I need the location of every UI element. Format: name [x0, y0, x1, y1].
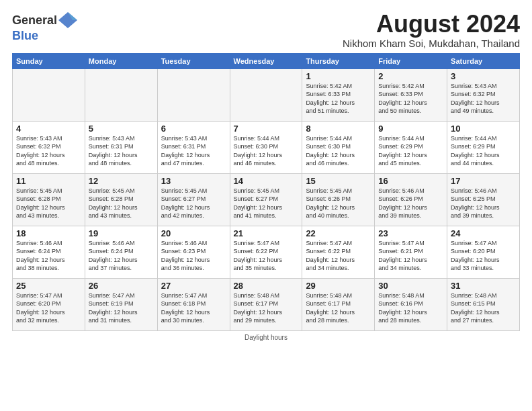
col-monday: Monday [85, 53, 157, 68]
calendar-cell: 19Sunrise: 5:46 AM Sunset: 6:24 PM Dayli… [85, 226, 157, 278]
calendar-cell: 1Sunrise: 5:42 AM Sunset: 6:33 PM Daylig… [302, 68, 375, 121]
day-info: Sunrise: 5:48 AM Sunset: 6:17 PM Dayligh… [234, 291, 299, 325]
day-number: 11 [16, 176, 81, 186]
calendar-cell: 21Sunrise: 5:47 AM Sunset: 6:22 PM Dayli… [230, 226, 302, 278]
calendar-cell: 29Sunrise: 5:48 AM Sunset: 6:17 PM Dayli… [302, 278, 375, 330]
day-info: Sunrise: 5:47 AM Sunset: 6:22 PM Dayligh… [306, 239, 371, 273]
day-info: Sunrise: 5:48 AM Sunset: 6:17 PM Dayligh… [306, 291, 371, 325]
calendar-cell: 27Sunrise: 5:47 AM Sunset: 6:18 PM Dayli… [157, 278, 230, 330]
day-number: 12 [89, 176, 154, 186]
calendar-cell: 22Sunrise: 5:47 AM Sunset: 6:22 PM Dayli… [302, 226, 375, 278]
calendar-cell: 11Sunrise: 5:45 AM Sunset: 6:28 PM Dayli… [13, 173, 85, 226]
day-info: Sunrise: 5:47 AM Sunset: 6:21 PM Dayligh… [378, 239, 443, 273]
calendar-cell: 16Sunrise: 5:46 AM Sunset: 6:26 PM Dayli… [375, 173, 447, 226]
header: General Blue August 2024 Nikhom Kham Soi… [12, 11, 520, 49]
day-number: 7 [234, 124, 299, 134]
title-month: August 2024 [91, 11, 520, 38]
day-number: 13 [161, 176, 226, 186]
col-friday: Friday [375, 53, 447, 68]
day-number: 26 [89, 281, 154, 291]
day-info: Sunrise: 5:46 AM Sunset: 6:26 PM Dayligh… [378, 187, 443, 220]
calendar-week-3: 11Sunrise: 5:45 AM Sunset: 6:28 PM Dayli… [13, 173, 520, 226]
day-number: 9 [378, 124, 443, 134]
calendar-cell [85, 68, 157, 121]
day-info: Sunrise: 5:46 AM Sunset: 6:24 PM Dayligh… [89, 239, 154, 273]
col-thursday: Thursday [302, 53, 375, 68]
day-number: 27 [161, 281, 226, 291]
day-info: Sunrise: 5:42 AM Sunset: 6:33 PM Dayligh… [378, 82, 443, 116]
day-number: 2 [378, 71, 443, 81]
logo-blue: Blue [12, 30, 38, 42]
calendar-cell: 12Sunrise: 5:45 AM Sunset: 6:28 PM Dayli… [85, 173, 157, 226]
col-saturday: Saturday [447, 53, 520, 68]
day-info: Sunrise: 5:43 AM Sunset: 6:31 PM Dayligh… [161, 134, 226, 168]
day-info: Sunrise: 5:47 AM Sunset: 6:20 PM Dayligh… [16, 291, 81, 325]
logo-icon [58, 11, 77, 30]
day-info: Sunrise: 5:46 AM Sunset: 6:25 PM Dayligh… [451, 187, 516, 220]
calendar-cell: 23Sunrise: 5:47 AM Sunset: 6:21 PM Dayli… [375, 226, 447, 278]
day-info: Sunrise: 5:44 AM Sunset: 6:30 PM Dayligh… [234, 134, 299, 168]
day-number: 5 [89, 124, 154, 134]
day-info: Sunrise: 5:44 AM Sunset: 6:30 PM Dayligh… [306, 134, 371, 168]
day-info: Sunrise: 5:45 AM Sunset: 6:26 PM Dayligh… [306, 187, 371, 220]
day-info: Sunrise: 5:44 AM Sunset: 6:29 PM Dayligh… [451, 134, 516, 168]
calendar-cell: 5Sunrise: 5:43 AM Sunset: 6:31 PM Daylig… [85, 121, 157, 173]
day-number: 16 [378, 176, 443, 186]
day-number: 21 [234, 228, 299, 238]
day-info: Sunrise: 5:48 AM Sunset: 6:16 PM Dayligh… [378, 291, 443, 325]
calendar-cell: 6Sunrise: 5:43 AM Sunset: 6:31 PM Daylig… [157, 121, 230, 173]
calendar-cell: 10Sunrise: 5:44 AM Sunset: 6:29 PM Dayli… [447, 121, 520, 173]
day-info: Sunrise: 5:48 AM Sunset: 6:15 PM Dayligh… [451, 291, 516, 325]
day-info: Sunrise: 5:45 AM Sunset: 6:28 PM Dayligh… [89, 187, 154, 220]
calendar-cell: 9Sunrise: 5:44 AM Sunset: 6:29 PM Daylig… [375, 121, 447, 173]
calendar-table: Sunday Monday Tuesday Wednesday Thursday… [12, 53, 520, 331]
calendar-cell: 31Sunrise: 5:48 AM Sunset: 6:15 PM Dayli… [447, 278, 520, 330]
day-number: 1 [306, 71, 371, 81]
calendar-cell: 20Sunrise: 5:46 AM Sunset: 6:23 PM Dayli… [157, 226, 230, 278]
col-wednesday: Wednesday [230, 53, 302, 68]
day-number: 10 [451, 124, 516, 134]
day-info: Sunrise: 5:47 AM Sunset: 6:20 PM Dayligh… [451, 239, 516, 273]
day-info: Sunrise: 5:45 AM Sunset: 6:28 PM Dayligh… [16, 187, 81, 220]
logo: General Blue [12, 11, 77, 42]
calendar-week-1: 1Sunrise: 5:42 AM Sunset: 6:33 PM Daylig… [13, 68, 520, 121]
calendar-cell: 26Sunrise: 5:47 AM Sunset: 6:19 PM Dayli… [85, 278, 157, 330]
col-sunday: Sunday [13, 53, 85, 68]
day-info: Sunrise: 5:45 AM Sunset: 6:27 PM Dayligh… [161, 187, 226, 220]
calendar-cell: 30Sunrise: 5:48 AM Sunset: 6:16 PM Dayli… [375, 278, 447, 330]
calendar-week-4: 18Sunrise: 5:46 AM Sunset: 6:24 PM Dayli… [13, 226, 520, 278]
page: General Blue August 2024 Nikhom Kham Soi… [0, 0, 532, 348]
day-info: Sunrise: 5:46 AM Sunset: 6:24 PM Dayligh… [16, 239, 81, 273]
day-number: 4 [16, 124, 81, 134]
calendar-cell: 24Sunrise: 5:47 AM Sunset: 6:20 PM Dayli… [447, 226, 520, 278]
day-number: 8 [306, 124, 371, 134]
calendar-cell: 17Sunrise: 5:46 AM Sunset: 6:25 PM Dayli… [447, 173, 520, 226]
day-number: 31 [451, 281, 516, 291]
calendar-cell: 3Sunrise: 5:43 AM Sunset: 6:32 PM Daylig… [447, 68, 520, 121]
calendar-cell: 8Sunrise: 5:44 AM Sunset: 6:30 PM Daylig… [302, 121, 375, 173]
day-number: 28 [234, 281, 299, 291]
calendar-cell: 2Sunrise: 5:42 AM Sunset: 6:33 PM Daylig… [375, 68, 447, 121]
day-info: Sunrise: 5:47 AM Sunset: 6:19 PM Dayligh… [89, 291, 154, 325]
day-info: Sunrise: 5:43 AM Sunset: 6:31 PM Dayligh… [89, 134, 154, 168]
day-number: 14 [234, 176, 299, 186]
day-number: 3 [451, 71, 516, 81]
header-row: Sunday Monday Tuesday Wednesday Thursday… [13, 53, 520, 68]
calendar-cell: 14Sunrise: 5:45 AM Sunset: 6:27 PM Dayli… [230, 173, 302, 226]
day-number: 23 [378, 228, 443, 238]
day-number: 6 [161, 124, 226, 134]
calendar-cell: 25Sunrise: 5:47 AM Sunset: 6:20 PM Dayli… [13, 278, 85, 330]
calendar-cell: 15Sunrise: 5:45 AM Sunset: 6:26 PM Dayli… [302, 173, 375, 226]
calendar-cell: 7Sunrise: 5:44 AM Sunset: 6:30 PM Daylig… [230, 121, 302, 173]
calendar-cell: 13Sunrise: 5:45 AM Sunset: 6:27 PM Dayli… [157, 173, 230, 226]
calendar-cell: 4Sunrise: 5:43 AM Sunset: 6:32 PM Daylig… [13, 121, 85, 173]
day-number: 24 [451, 228, 516, 238]
day-number: 30 [378, 281, 443, 291]
day-number: 18 [16, 228, 81, 238]
day-info: Sunrise: 5:47 AM Sunset: 6:22 PM Dayligh… [234, 239, 299, 273]
day-info: Sunrise: 5:43 AM Sunset: 6:32 PM Dayligh… [16, 134, 81, 168]
footer-note: Daylight hours [12, 334, 520, 341]
calendar-cell: 28Sunrise: 5:48 AM Sunset: 6:17 PM Dayli… [230, 278, 302, 330]
title-location: Nikhom Kham Soi, Mukdahan, Thailand [91, 38, 520, 49]
day-info: Sunrise: 5:46 AM Sunset: 6:23 PM Dayligh… [161, 239, 226, 273]
